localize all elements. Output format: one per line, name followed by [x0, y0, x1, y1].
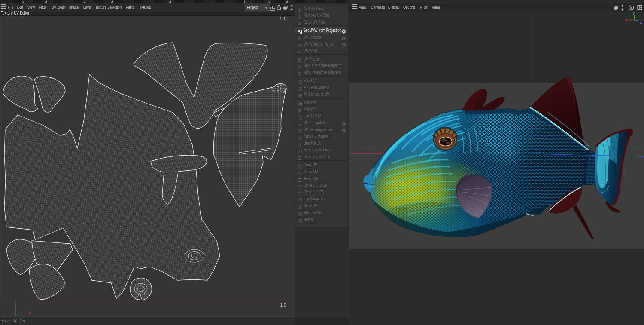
svg-text:X: X: [625, 18, 628, 22]
svg-text:1,0: 1,0: [280, 303, 286, 307]
svg-text:Z: Z: [640, 20, 642, 25]
svg-text:U: U: [28, 311, 31, 315]
svg-text:1,1: 1,1: [279, 16, 286, 21]
svg-text:V: V: [14, 299, 17, 303]
